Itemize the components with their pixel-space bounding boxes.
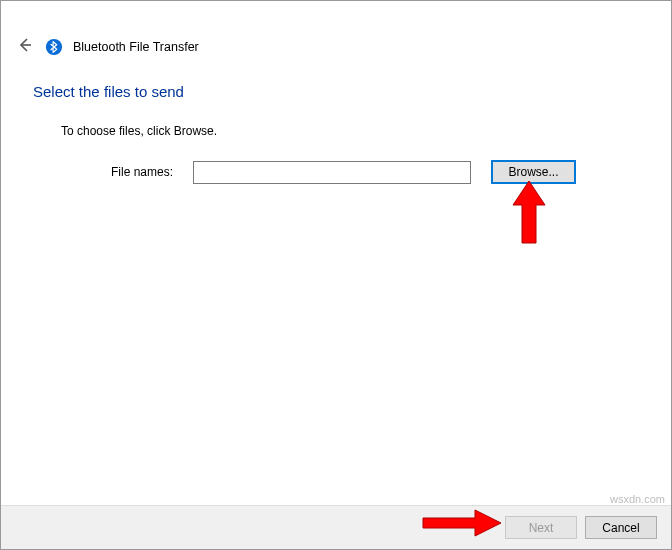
page-heading: Select the files to send [33,83,639,100]
next-button[interactable]: Next [505,516,577,539]
file-names-row: File names: Browse... [93,160,639,184]
instruction-text: To choose files, click Browse. [61,124,639,138]
file-names-label: File names: [93,165,173,179]
content-area: Select the files to send To choose files… [1,71,671,184]
watermark-text: wsxdn.com [610,493,665,505]
bluetooth-icon [45,38,63,56]
dialog-footer: Next Cancel [1,505,671,549]
annotation-arrow-up [509,179,549,247]
annotation-arrow-right [421,508,503,538]
back-arrow-icon [17,37,33,57]
back-button[interactable] [15,37,35,57]
wizard-header: Bluetooth File Transfer [1,31,671,71]
close-button[interactable] [627,1,671,29]
dialog-window: Bluetooth File Transfer Select the files… [0,0,672,550]
title-bar [1,1,671,31]
file-names-input[interactable] [193,161,471,184]
cancel-button[interactable]: Cancel [585,516,657,539]
window-title: Bluetooth File Transfer [73,40,199,54]
